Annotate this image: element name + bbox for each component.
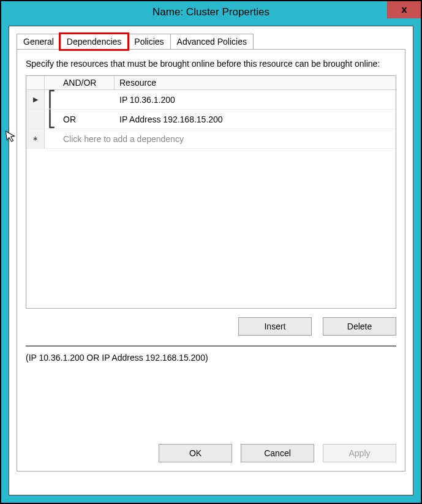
row-selector-icon [26,110,45,129]
insert-button[interactable]: Insert [238,317,312,336]
tabstrip: General Dependencies Policies Advanced P… [17,34,405,50]
close-icon: x [401,4,407,16]
titlebar[interactable]: Name: Cluster Properties x [1,1,421,23]
resource-cell[interactable]: IP 10.36.1.200 [115,90,396,109]
window-title: Name: Cluster Properties [1,6,421,18]
grid-row[interactable]: ⎣ OR IP Address 192.168.15.200 [26,110,396,129]
cancel-button[interactable]: Cancel [241,444,314,462]
grid-empty-area [26,149,396,308]
window-frame: Name: Cluster Properties x General Depen… [0,0,422,504]
grid-body: ▶ ⎡ IP 10.36.1.200 ⎣ OR IP Address 192.1… [26,90,396,308]
andor-cell[interactable]: OR [58,110,115,129]
grid-row[interactable]: ▶ ⎡ IP 10.36.1.200 [26,90,396,110]
tab-policies[interactable]: Policies [127,34,170,50]
tab-advanced-policies[interactable]: Advanced Policies [170,34,254,50]
delete-button[interactable]: Delete [323,317,396,336]
row-selector-icon: ▶ [26,90,45,109]
window-body: General Dependencies Policies Advanced P… [9,26,413,495]
grid-header-bracket [45,76,58,90]
dialog-button-row: OK Cancel Apply [159,444,396,462]
instructions-text: Specify the resources that must be broug… [26,58,396,69]
grid-button-row: Insert Delete [26,317,396,336]
close-button[interactable]: x [387,1,421,18]
apply-button[interactable]: Apply [323,444,396,462]
bracket-icon: ⎣ [45,110,58,129]
tab-panel-dependencies: Specify the resources that must be broug… [17,49,405,472]
bracket-icon: ⎡ [45,90,58,109]
new-row-icon: ∗ [26,129,45,148]
add-dependency-placeholder[interactable]: Click here to add a dependency [58,129,396,148]
grid-header-andor: AND/OR [58,76,115,90]
bracket-icon [45,129,58,148]
tab-dependencies[interactable]: Dependencies [60,34,129,50]
grid-header: AND/OR Resource [26,76,396,90]
grid-header-resource: Resource [115,76,396,90]
grid-add-row[interactable]: ∗ Click here to add a dependency [26,129,396,149]
andor-cell[interactable] [58,90,115,109]
dependencies-grid[interactable]: AND/OR Resource ▶ ⎡ IP 10.36.1.200 ⎣ OR … [26,75,396,309]
resource-cell[interactable]: IP Address 192.168.15.200 [115,110,396,129]
ok-button[interactable]: OK [159,444,232,462]
dependency-expression: (IP 10.36.1.200 OR IP Address 192.168.15… [26,353,396,363]
grid-header-selector [26,76,45,90]
tab-general[interactable]: General [17,34,61,50]
divider [26,345,396,347]
